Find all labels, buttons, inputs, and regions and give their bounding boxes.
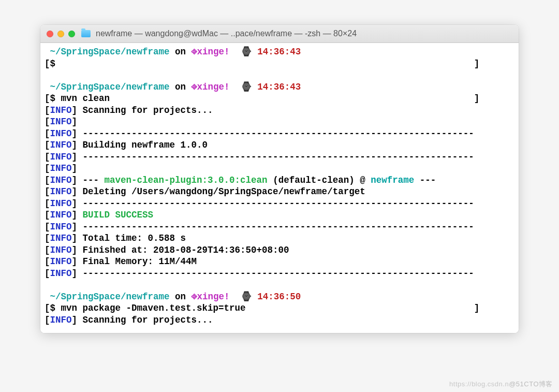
clock-time: 14:36:43 xyxy=(257,47,301,57)
terminal-body[interactable]: ~/SpringSpace/newframe on ⎆xinge! ⌚ 14:3… xyxy=(40,43,519,333)
command-line: [$ mvn clean ] xyxy=(45,93,514,105)
log-line: [INFO] ---------------------------------… xyxy=(45,221,514,233)
cmd-mvn-package[interactable]: $ mvn package -Dmaven.test.skip=true xyxy=(50,303,246,313)
traffic-lights xyxy=(47,31,75,37)
branch-icon: ⎆ xyxy=(192,47,197,57)
terminal-window: newframe — wangdong@wdMac — ..pace/newfr… xyxy=(40,25,519,333)
log-line: [INFO] xyxy=(45,116,514,128)
cmd-mvn-clean[interactable]: $ mvn clean xyxy=(50,93,110,104)
prompt-line: ~/SpringSpace/newframe on ⎆xinge! ⌚ 14:3… xyxy=(45,81,514,93)
log-line: [INFO] BUILD SUCCESS xyxy=(45,209,514,221)
ps1[interactable]: $ xyxy=(50,59,56,69)
log-line: [INFO] Deleting /Users/wangdong/SpringSp… xyxy=(45,186,514,198)
log-line: [INFO] Building newframe 1.0.0 xyxy=(45,139,514,151)
prompt-line: ~/SpringSpace/newframe on ⎆xinge! ⌚ 14:3… xyxy=(45,46,514,58)
log-line: [INFO] xyxy=(45,163,514,175)
blank-line xyxy=(45,279,514,291)
close-icon[interactable] xyxy=(47,31,53,37)
zoom-icon[interactable] xyxy=(68,31,75,37)
log-line: [INFO] Scanning for projects... xyxy=(45,314,514,326)
log-line: [INFO] ---------------------------------… xyxy=(45,198,514,210)
log-line: [INFO] Final Memory: 11M/44M xyxy=(45,256,514,268)
command-line: [$ mvn package -Dmaven.test.skip=true ] xyxy=(45,302,514,314)
finished-at: Finished at: 2018-08-29T14:36:50+08:00 xyxy=(77,245,289,255)
build-success: BUILD SUCCESS xyxy=(83,210,154,220)
log-line: [INFO] --- maven-clean-plugin:3.0.0:clea… xyxy=(45,175,514,186)
total-time: Total time: 0.588 s xyxy=(77,233,186,243)
building-header: Building newframe 1.0.0 xyxy=(83,140,208,150)
maven-plugin: maven-clean-plugin:3.0.0:clean xyxy=(105,175,268,185)
log-line: [INFO] ---------------------------------… xyxy=(45,151,514,163)
watch-icon: ⌚ xyxy=(241,47,252,57)
blank-line xyxy=(45,69,514,81)
log-line: [INFO] Total time: 0.588 s xyxy=(45,233,514,244)
log-line: [INFO] ---------------------------------… xyxy=(45,268,514,280)
git-branch: xinge! xyxy=(197,47,230,57)
watermark: https://blog.csdn.n@51CTO博客 xyxy=(449,380,553,389)
log-line: [INFO] Finished at: 2018-08-29T14:36:50+… xyxy=(45,244,514,256)
final-memory: Final Memory: 11M/44M xyxy=(77,256,197,267)
log-line: [INFO] Scanning for projects... xyxy=(45,105,514,117)
cwd: ~/SpringSpace/newframe xyxy=(50,47,170,57)
minimize-icon[interactable] xyxy=(57,31,64,37)
command-line: [$ ] xyxy=(45,58,514,70)
folder-icon xyxy=(81,30,91,37)
log-line: [INFO] ---------------------------------… xyxy=(45,128,514,140)
delete-path: Deleting /Users/wangdong/SpringSpace/new… xyxy=(77,186,365,197)
titlebar[interactable]: newframe — wangdong@wdMac — ..pace/newfr… xyxy=(40,25,519,43)
log-level: INFO xyxy=(50,105,72,115)
prompt-line: ~/SpringSpace/newframe on ⎆xinge! ⌚ 14:3… xyxy=(45,291,514,303)
window-title: newframe — wangdong@wdMac — ..pace/newfr… xyxy=(96,29,357,38)
project-name: newframe xyxy=(371,175,414,185)
